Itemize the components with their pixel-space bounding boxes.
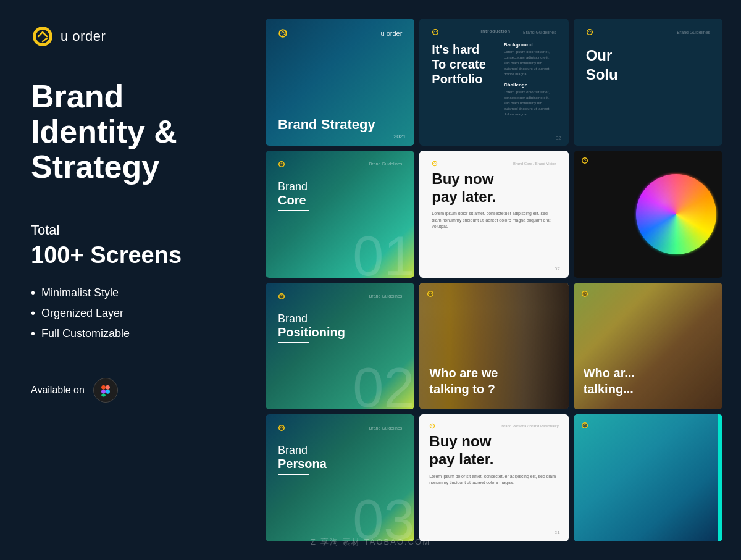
slide-11: Brand Persona / Brand Personality Buy no…: [419, 414, 568, 541]
slide-7-guidelines: Brand Guidelines: [369, 294, 403, 298]
slide-3: Brand Guidelines OurSolu: [574, 19, 722, 146]
slide-7-header: Brand Guidelines: [278, 293, 402, 300]
slide-4-core-label: Core: [278, 193, 402, 207]
slide-10-persona-label: Persona: [278, 457, 402, 471]
slide-4-brand-label: Brand: [278, 180, 402, 193]
slide-7-number: 02: [353, 360, 414, 409]
total-label: Total: [31, 222, 228, 238]
screens-count: 100+ Screens: [31, 242, 228, 269]
slide-10-brand-label: Brand: [278, 444, 402, 457]
slide-10-logo-icon: [278, 424, 285, 432]
slide-1-title: Brand Strategy: [278, 117, 402, 133]
slide-2-logo-icon: [432, 28, 439, 36]
slide-8-headline: Who are wetalking to ?: [429, 365, 498, 397]
slide-2-pagenum: 02: [556, 135, 561, 141]
slide-11-body: Lorem ipsum dolor sit amet, consectetuer…: [429, 474, 558, 487]
slide-3-logo-icon: [586, 28, 593, 36]
slide-3-content: Brand Guidelines OurSolu: [574, 19, 722, 146]
figma-badge: [93, 378, 118, 403]
slide-10-header: Brand Guidelines: [278, 424, 402, 432]
slide-2-challenge-title: Challenge: [504, 82, 556, 88]
slide-10: Brand Guidelines Brand Persona 03: [266, 414, 414, 541]
slide-7: Brand Guidelines Brand Positioning 02: [266, 283, 414, 410]
slide-4-header: Brand Guidelines: [278, 161, 402, 168]
slide-5: Brand Core / Brand Vision Buy nowpay lat…: [419, 151, 568, 278]
slide-6-logo-icon: [581, 157, 588, 164]
slide-11-brand-label: Brand Persona / Brand Personality: [501, 424, 558, 428]
available-row: Available on: [31, 378, 228, 403]
slide-2-bg-title: Background: [504, 42, 556, 48]
slide-1-logo-icon: [278, 28, 288, 38]
svg-rect-3: [101, 385, 106, 389]
available-text: Available on: [31, 385, 85, 396]
svg-point-7: [106, 389, 110, 393]
figma-icon: [99, 383, 112, 397]
slide-1: u order Brand Strategy 2021: [266, 19, 414, 146]
gradient-sphere-2: [636, 174, 716, 254]
brand-title: Brand Identity & Strategy: [31, 79, 228, 185]
logo-text: u order: [61, 28, 106, 44]
slide-7-positioning-label: Positioning: [278, 325, 402, 340]
slide-7-underline: [278, 342, 309, 343]
slide-11-page: 21: [555, 530, 560, 535]
slide-4: Brand Guidelines Brand Core 01: [266, 151, 414, 278]
slide-8: Who are wetalking to ?: [419, 283, 568, 410]
slide-1-year: 2021: [393, 133, 406, 140]
slide-3-headline: OurSolu: [586, 46, 710, 84]
slide-2: Introduction Brand Guidelines It's hardT…: [419, 19, 568, 146]
slide-2-bg-body: Lorem ipsum dolor sit amet, consectetuer…: [504, 49, 556, 77]
svg-rect-6: [101, 393, 106, 396]
slide-12: [574, 414, 722, 541]
slide-1-logo-text: u order: [380, 30, 402, 37]
logo-row: u order: [31, 25, 228, 48]
slide-5-body: Lorem ipsum dolor sit amet, consectetuer…: [432, 211, 556, 230]
slide-12-accent-bar: [718, 414, 722, 541]
slide-11-headline: Buy nowpay later.: [429, 433, 558, 469]
slide-11-logo-icon: [429, 423, 435, 429]
slide-5-logo-icon: [432, 161, 438, 167]
slide-2-challenge-body: Lorem ipsum dolor sit amet, consectetuer…: [504, 90, 556, 117]
slide-2-headline: It's hardTo createPortfolio: [432, 42, 495, 86]
slide-8-logo-icon: [427, 290, 434, 298]
slide-1-header: u order: [278, 28, 402, 38]
features-list: Minimalist Style Orgenized Layer Full Cu…: [31, 286, 228, 347]
slide-8-overlay: Who are wetalking to ?: [419, 283, 568, 410]
slide-5-headline: Buy nowpay later.: [432, 170, 556, 206]
slide-4-guidelines: Brand Guidelines: [369, 162, 403, 166]
slide-7-logo-icon: [278, 293, 285, 300]
watermark: Z 享淘 素材 TAOBAO.COM: [311, 537, 430, 548]
slide-9-headline: Who ar...talking...: [584, 365, 635, 397]
slide-4-underline: [278, 210, 309, 211]
feature-item: Minimalist Style: [31, 286, 228, 300]
slide-grid: u order Brand Strategy 2021 Introduction…: [259, 0, 741, 560]
slide-3-guidelines: Brand Guidelines: [677, 30, 710, 35]
slide-4-number: 01: [353, 228, 414, 278]
slide-2-guidelines: Brand Guidelines: [523, 30, 556, 35]
slide-7-brand-label: Brand: [278, 312, 402, 325]
logo-icon: [31, 25, 54, 48]
slide-10-guidelines: Brand Guidelines: [369, 426, 403, 430]
svg-rect-5: [101, 389, 106, 393]
slide-5-brand-label: Brand Core / Brand Vision: [513, 162, 556, 165]
slide-6: [574, 151, 722, 278]
svg-rect-4: [106, 385, 110, 389]
slide-9: Who ar...talking...: [574, 283, 722, 410]
slide-9-logo-icon: [581, 290, 588, 298]
left-panel: u order Brand Identity & Strategy Total …: [0, 0, 259, 560]
slide-10-number: 03: [353, 492, 414, 541]
slide-10-underline: [278, 474, 309, 475]
feature-item: Orgenized Layer: [31, 306, 228, 320]
slide-4-logo-icon: [278, 161, 285, 168]
slide-12-logo-icon: [581, 422, 588, 429]
slide-2-intro-label: Introduction: [480, 29, 511, 35]
feature-item: Full Customizable: [31, 327, 228, 341]
slide-5-page: 07: [555, 266, 560, 272]
